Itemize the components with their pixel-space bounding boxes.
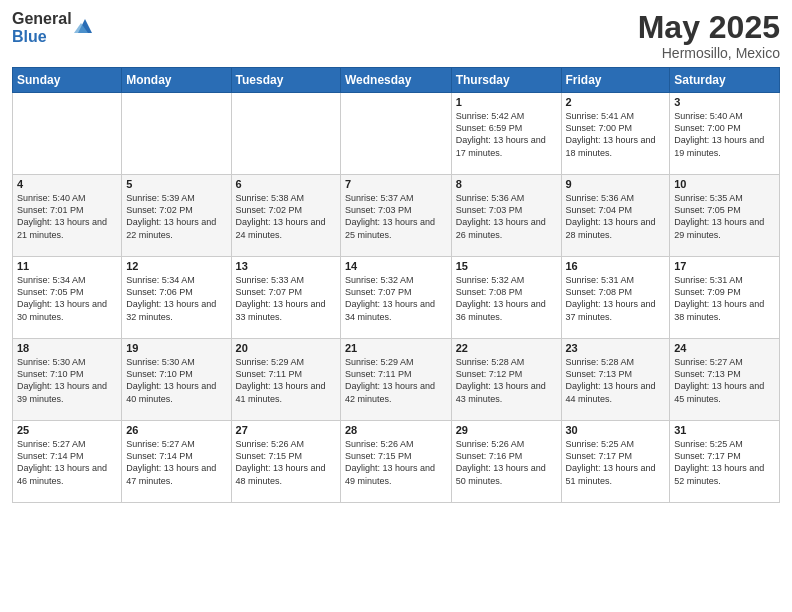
day-number: 12 bbox=[126, 260, 226, 272]
logo-blue: Blue bbox=[12, 28, 72, 46]
day-number: 27 bbox=[236, 424, 336, 436]
logo-text: General Blue bbox=[12, 10, 72, 45]
week-row-5: 25Sunrise: 5:27 AM Sunset: 7:14 PM Dayli… bbox=[13, 421, 780, 503]
logo-icon bbox=[74, 15, 96, 37]
title-area: May 2025 Hermosillo, Mexico bbox=[638, 10, 780, 61]
day-number: 17 bbox=[674, 260, 775, 272]
day-cell: 6Sunrise: 5:38 AM Sunset: 7:02 PM Daylig… bbox=[231, 175, 340, 257]
day-cell: 18Sunrise: 5:30 AM Sunset: 7:10 PM Dayli… bbox=[13, 339, 122, 421]
day-info: Sunrise: 5:40 AM Sunset: 7:00 PM Dayligh… bbox=[674, 110, 775, 159]
day-cell: 24Sunrise: 5:27 AM Sunset: 7:13 PM Dayli… bbox=[670, 339, 780, 421]
day-cell: 16Sunrise: 5:31 AM Sunset: 7:08 PM Dayli… bbox=[561, 257, 670, 339]
weekday-header-tuesday: Tuesday bbox=[231, 68, 340, 93]
day-number: 5 bbox=[126, 178, 226, 190]
weekday-header-row: SundayMondayTuesdayWednesdayThursdayFrid… bbox=[13, 68, 780, 93]
day-info: Sunrise: 5:34 AM Sunset: 7:06 PM Dayligh… bbox=[126, 274, 226, 323]
day-number: 18 bbox=[17, 342, 117, 354]
day-number: 13 bbox=[236, 260, 336, 272]
day-cell: 15Sunrise: 5:32 AM Sunset: 7:08 PM Dayli… bbox=[451, 257, 561, 339]
day-info: Sunrise: 5:34 AM Sunset: 7:05 PM Dayligh… bbox=[17, 274, 117, 323]
day-info: Sunrise: 5:27 AM Sunset: 7:14 PM Dayligh… bbox=[126, 438, 226, 487]
day-number: 14 bbox=[345, 260, 447, 272]
week-row-4: 18Sunrise: 5:30 AM Sunset: 7:10 PM Dayli… bbox=[13, 339, 780, 421]
day-number: 15 bbox=[456, 260, 557, 272]
day-number: 25 bbox=[17, 424, 117, 436]
day-info: Sunrise: 5:29 AM Sunset: 7:11 PM Dayligh… bbox=[236, 356, 336, 405]
day-cell: 13Sunrise: 5:33 AM Sunset: 7:07 PM Dayli… bbox=[231, 257, 340, 339]
weekday-header-sunday: Sunday bbox=[13, 68, 122, 93]
weekday-header-thursday: Thursday bbox=[451, 68, 561, 93]
weekday-header-wednesday: Wednesday bbox=[341, 68, 452, 93]
day-number: 2 bbox=[566, 96, 666, 108]
day-number: 9 bbox=[566, 178, 666, 190]
day-number: 21 bbox=[345, 342, 447, 354]
day-info: Sunrise: 5:32 AM Sunset: 7:08 PM Dayligh… bbox=[456, 274, 557, 323]
calendar-table: SundayMondayTuesdayWednesdayThursdayFrid… bbox=[12, 67, 780, 503]
day-cell: 14Sunrise: 5:32 AM Sunset: 7:07 PM Dayli… bbox=[341, 257, 452, 339]
day-number: 7 bbox=[345, 178, 447, 190]
day-cell bbox=[122, 93, 231, 175]
day-cell: 3Sunrise: 5:40 AM Sunset: 7:00 PM Daylig… bbox=[670, 93, 780, 175]
day-info: Sunrise: 5:30 AM Sunset: 7:10 PM Dayligh… bbox=[17, 356, 117, 405]
day-info: Sunrise: 5:26 AM Sunset: 7:15 PM Dayligh… bbox=[345, 438, 447, 487]
day-number: 11 bbox=[17, 260, 117, 272]
month-title: May 2025 bbox=[638, 10, 780, 45]
day-info: Sunrise: 5:30 AM Sunset: 7:10 PM Dayligh… bbox=[126, 356, 226, 405]
day-number: 4 bbox=[17, 178, 117, 190]
header: General Blue May 2025 Hermosillo, Mexico bbox=[12, 10, 780, 61]
day-info: Sunrise: 5:28 AM Sunset: 7:12 PM Dayligh… bbox=[456, 356, 557, 405]
day-info: Sunrise: 5:32 AM Sunset: 7:07 PM Dayligh… bbox=[345, 274, 447, 323]
weekday-header-monday: Monday bbox=[122, 68, 231, 93]
day-number: 1 bbox=[456, 96, 557, 108]
day-number: 8 bbox=[456, 178, 557, 190]
day-cell: 27Sunrise: 5:26 AM Sunset: 7:15 PM Dayli… bbox=[231, 421, 340, 503]
day-number: 10 bbox=[674, 178, 775, 190]
day-cell: 30Sunrise: 5:25 AM Sunset: 7:17 PM Dayli… bbox=[561, 421, 670, 503]
day-cell: 8Sunrise: 5:36 AM Sunset: 7:03 PM Daylig… bbox=[451, 175, 561, 257]
day-cell bbox=[231, 93, 340, 175]
day-info: Sunrise: 5:36 AM Sunset: 7:04 PM Dayligh… bbox=[566, 192, 666, 241]
day-cell: 21Sunrise: 5:29 AM Sunset: 7:11 PM Dayli… bbox=[341, 339, 452, 421]
day-info: Sunrise: 5:31 AM Sunset: 7:08 PM Dayligh… bbox=[566, 274, 666, 323]
day-info: Sunrise: 5:27 AM Sunset: 7:13 PM Dayligh… bbox=[674, 356, 775, 405]
day-cell: 28Sunrise: 5:26 AM Sunset: 7:15 PM Dayli… bbox=[341, 421, 452, 503]
day-info: Sunrise: 5:37 AM Sunset: 7:03 PM Dayligh… bbox=[345, 192, 447, 241]
week-row-1: 1Sunrise: 5:42 AM Sunset: 6:59 PM Daylig… bbox=[13, 93, 780, 175]
day-number: 26 bbox=[126, 424, 226, 436]
week-row-3: 11Sunrise: 5:34 AM Sunset: 7:05 PM Dayli… bbox=[13, 257, 780, 339]
day-cell bbox=[13, 93, 122, 175]
day-info: Sunrise: 5:41 AM Sunset: 7:00 PM Dayligh… bbox=[566, 110, 666, 159]
day-cell: 10Sunrise: 5:35 AM Sunset: 7:05 PM Dayli… bbox=[670, 175, 780, 257]
day-info: Sunrise: 5:26 AM Sunset: 7:16 PM Dayligh… bbox=[456, 438, 557, 487]
day-number: 31 bbox=[674, 424, 775, 436]
day-info: Sunrise: 5:28 AM Sunset: 7:13 PM Dayligh… bbox=[566, 356, 666, 405]
day-cell: 11Sunrise: 5:34 AM Sunset: 7:05 PM Dayli… bbox=[13, 257, 122, 339]
calendar-container: General Blue May 2025 Hermosillo, Mexico… bbox=[0, 0, 792, 612]
day-cell: 25Sunrise: 5:27 AM Sunset: 7:14 PM Dayli… bbox=[13, 421, 122, 503]
day-cell: 1Sunrise: 5:42 AM Sunset: 6:59 PM Daylig… bbox=[451, 93, 561, 175]
day-info: Sunrise: 5:39 AM Sunset: 7:02 PM Dayligh… bbox=[126, 192, 226, 241]
day-cell: 22Sunrise: 5:28 AM Sunset: 7:12 PM Dayli… bbox=[451, 339, 561, 421]
day-number: 29 bbox=[456, 424, 557, 436]
weekday-header-saturday: Saturday bbox=[670, 68, 780, 93]
day-number: 22 bbox=[456, 342, 557, 354]
day-cell: 19Sunrise: 5:30 AM Sunset: 7:10 PM Dayli… bbox=[122, 339, 231, 421]
day-info: Sunrise: 5:38 AM Sunset: 7:02 PM Dayligh… bbox=[236, 192, 336, 241]
day-number: 30 bbox=[566, 424, 666, 436]
day-info: Sunrise: 5:27 AM Sunset: 7:14 PM Dayligh… bbox=[17, 438, 117, 487]
day-cell: 5Sunrise: 5:39 AM Sunset: 7:02 PM Daylig… bbox=[122, 175, 231, 257]
day-number: 19 bbox=[126, 342, 226, 354]
day-cell: 26Sunrise: 5:27 AM Sunset: 7:14 PM Dayli… bbox=[122, 421, 231, 503]
day-info: Sunrise: 5:29 AM Sunset: 7:11 PM Dayligh… bbox=[345, 356, 447, 405]
day-info: Sunrise: 5:31 AM Sunset: 7:09 PM Dayligh… bbox=[674, 274, 775, 323]
day-cell: 29Sunrise: 5:26 AM Sunset: 7:16 PM Dayli… bbox=[451, 421, 561, 503]
location: Hermosillo, Mexico bbox=[638, 45, 780, 61]
day-number: 28 bbox=[345, 424, 447, 436]
day-info: Sunrise: 5:25 AM Sunset: 7:17 PM Dayligh… bbox=[674, 438, 775, 487]
day-cell: 20Sunrise: 5:29 AM Sunset: 7:11 PM Dayli… bbox=[231, 339, 340, 421]
day-cell: 9Sunrise: 5:36 AM Sunset: 7:04 PM Daylig… bbox=[561, 175, 670, 257]
day-info: Sunrise: 5:36 AM Sunset: 7:03 PM Dayligh… bbox=[456, 192, 557, 241]
logo: General Blue bbox=[12, 10, 96, 45]
day-cell: 4Sunrise: 5:40 AM Sunset: 7:01 PM Daylig… bbox=[13, 175, 122, 257]
day-cell: 2Sunrise: 5:41 AM Sunset: 7:00 PM Daylig… bbox=[561, 93, 670, 175]
